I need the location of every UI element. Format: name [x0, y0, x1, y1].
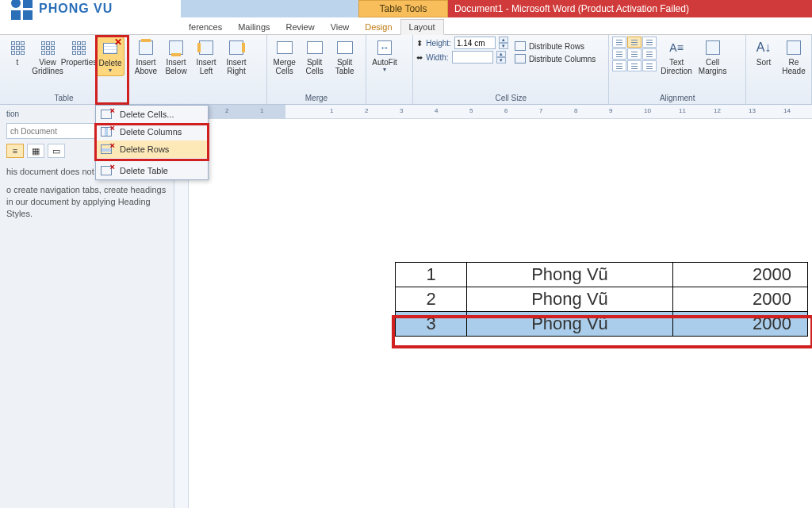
insert-left-button[interactable]: InsertLeft — [192, 37, 220, 77]
merge-cells-button[interactable]: MergeCells — [270, 37, 299, 77]
align-tc[interactable] — [627, 37, 642, 48]
distribute-rows-button[interactable]: Distribute Rows — [515, 41, 596, 51]
sort-icon: A↓ — [756, 40, 772, 55]
group-table: Table — [3, 93, 124, 104]
group-cell-size: Cell Size — [416, 93, 605, 104]
select-button[interactable]: t — [3, 37, 32, 68]
delete-cells-item[interactable]: Delete Cells... — [96, 106, 208, 123]
align-mc[interactable] — [627, 48, 642, 60]
width-up[interactable]: ▴ — [496, 51, 506, 57]
height-down[interactable]: ▾ — [499, 43, 508, 49]
properties-button[interactable]: Properties — [63, 37, 94, 68]
delete-columns-item[interactable]: Delete Columns — [96, 123, 208, 140]
autofit-button[interactable]: AutoFit▾ — [370, 37, 400, 75]
distribute-columns-icon — [515, 54, 526, 64]
align-bc[interactable] — [627, 60, 642, 71]
align-mr[interactable] — [642, 48, 657, 60]
chevron-down-icon: ▾ — [383, 67, 386, 73]
alignment-grid — [612, 37, 657, 71]
table-row[interactable]: 1 Phong Vũ 2000 — [396, 263, 808, 287]
tab-review[interactable]: Review — [278, 20, 323, 34]
navpane-tab-results[interactable]: ▭ — [48, 144, 65, 158]
align-tr[interactable] — [642, 37, 657, 48]
table-row-selected[interactable]: 3 Phong Vũ 2000 — [396, 312, 808, 337]
ribbon-tabs: ferences Mailings Review View Design Lay… — [0, 17, 812, 35]
height-icon: ⬍ — [416, 39, 423, 48]
align-br[interactable] — [642, 60, 657, 71]
width-down[interactable]: ▾ — [496, 57, 506, 64]
delete-button[interactable]: ✕Delete▾ — [96, 37, 124, 76]
distribute-rows-icon — [515, 41, 526, 51]
view-gridlines-button[interactable]: ViewGridlines — [33, 37, 62, 77]
insert-below-button[interactable]: InsertBelow — [162, 37, 190, 77]
insert-right-button[interactable]: InsertRight — [222, 37, 251, 77]
tab-references[interactable]: ferences — [181, 20, 230, 34]
ribbon: t ViewGridlines Properties ✕Delete▾ Tabl… — [0, 35, 812, 105]
navpane-tab-pages[interactable]: ▦ — [27, 144, 44, 158]
titlebar: PHONG VU Table Tools Document1 - Microso… — [0, 0, 812, 17]
logo-text: PHONG VU — [39, 2, 113, 16]
delete-table-item[interactable]: Delete Table — [96, 162, 208, 179]
chevron-down-icon: ▾ — [109, 67, 112, 74]
split-table-button[interactable]: SplitTable — [331, 37, 359, 77]
group-merge: Merge — [270, 93, 363, 104]
height-up[interactable]: ▴ — [499, 37, 508, 43]
height-label: Height: — [426, 39, 451, 48]
width-label: Width: — [426, 53, 448, 62]
logo: PHONG VU — [0, 0, 181, 17]
insert-above-button[interactable]: InsertAbove — [132, 37, 160, 77]
width-icon: ⬌ — [416, 53, 423, 62]
align-bl[interactable] — [612, 60, 626, 71]
height-input[interactable] — [454, 37, 496, 49]
page[interactable]: 1 Phong Vũ 2000 2 Phong Vũ 2000 3 Phong … — [189, 119, 812, 508]
tab-layout[interactable]: Layout — [400, 19, 444, 35]
split-cells-button[interactable]: SplitCells — [301, 37, 329, 77]
delete-rows-item[interactable]: Delete Rows — [96, 140, 208, 158]
group-alignment: Alignment — [612, 93, 742, 104]
horizontal-ruler[interactable]: 321123456789101112131415 — [174, 105, 812, 119]
tab-view[interactable]: View — [323, 20, 358, 34]
document-area: 321123456789101112131415 1 Phong Vũ 2000… — [174, 105, 812, 508]
text-direction-button[interactable]: A≡TextDirection — [658, 37, 694, 77]
width-input[interactable] — [452, 51, 493, 64]
align-tl[interactable] — [612, 37, 626, 48]
table-tools-label: Table Tools — [358, 0, 448, 17]
delete-dropdown: Delete Cells... Delete Columns Delete Ro… — [95, 105, 209, 180]
distribute-columns-button[interactable]: Distribute Columns — [515, 54, 596, 64]
navpane-tab-headings[interactable]: ≡ — [6, 144, 24, 158]
tab-design[interactable]: Design — [357, 20, 400, 34]
table-row[interactable]: 2 Phong Vũ 2000 — [396, 287, 808, 312]
tab-mailings[interactable]: Mailings — [230, 20, 278, 34]
cell-margins-button[interactable]: CellMargins — [696, 37, 730, 77]
window-title: Document1 - Microsoft Word (Product Acti… — [448, 0, 812, 17]
sort-button[interactable]: A↓Sort — [749, 37, 778, 68]
word-table[interactable]: 1 Phong Vũ 2000 2 Phong Vũ 2000 3 Phong … — [395, 262, 808, 337]
align-ml[interactable] — [612, 48, 626, 60]
logo-icon — [11, 0, 33, 20]
repeat-header-button[interactable]: ReHeade — [779, 37, 808, 77]
